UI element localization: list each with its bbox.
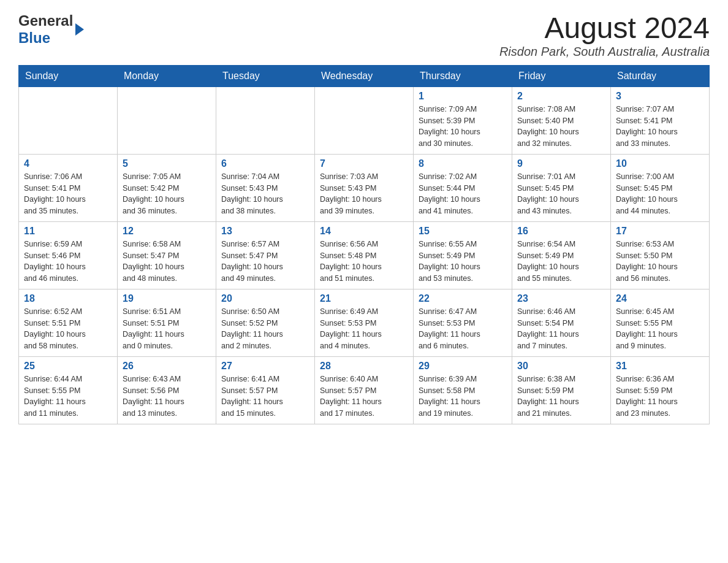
day-number: 21 [320, 293, 408, 304]
calendar-cell: 6Sunrise: 7:04 AM Sunset: 5:43 PM Daylig… [216, 154, 315, 221]
day-info: Sunrise: 6:46 AM Sunset: 5:54 PM Dayligh… [517, 306, 605, 352]
page-header: General Blue August 2024 Risdon Park, So… [18, 12, 710, 59]
calendar-cell: 30Sunrise: 6:38 AM Sunset: 5:59 PM Dayli… [512, 356, 611, 424]
calendar-cell: 1Sunrise: 7:09 AM Sunset: 5:39 PM Daylig… [414, 86, 512, 154]
day-info: Sunrise: 7:08 AM Sunset: 5:40 PM Dayligh… [517, 104, 605, 150]
day-number: 27 [221, 361, 309, 372]
calendar-cell: 2Sunrise: 7:08 AM Sunset: 5:40 PM Daylig… [512, 86, 611, 154]
calendar-cell: 21Sunrise: 6:49 AM Sunset: 5:53 PM Dayli… [315, 289, 414, 356]
calendar-cell: 25Sunrise: 6:44 AM Sunset: 5:55 PM Dayli… [19, 356, 118, 424]
day-number: 12 [123, 226, 211, 237]
title-section: August 2024 Risdon Park, South Australia… [499, 12, 710, 59]
day-number: 24 [616, 293, 704, 304]
calendar-cell: 28Sunrise: 6:40 AM Sunset: 5:57 PM Dayli… [315, 356, 414, 424]
day-info: Sunrise: 6:44 AM Sunset: 5:55 PM Dayligh… [24, 373, 112, 419]
day-number: 19 [123, 293, 211, 304]
weekday-header-sunday: Sunday [19, 65, 118, 86]
weekday-header-saturday: Saturday [611, 65, 710, 86]
day-info: Sunrise: 7:00 AM Sunset: 5:45 PM Dayligh… [616, 171, 704, 217]
day-info: Sunrise: 6:47 AM Sunset: 5:53 PM Dayligh… [419, 306, 507, 352]
calendar-cell [19, 86, 118, 154]
day-number: 17 [616, 226, 704, 237]
calendar-cell: 31Sunrise: 6:36 AM Sunset: 5:59 PM Dayli… [611, 356, 710, 424]
day-number: 5 [123, 158, 211, 169]
day-info: Sunrise: 6:51 AM Sunset: 5:51 PM Dayligh… [123, 306, 211, 352]
calendar-cell [118, 86, 216, 154]
day-info: Sunrise: 6:55 AM Sunset: 5:49 PM Dayligh… [419, 239, 507, 285]
day-info: Sunrise: 7:04 AM Sunset: 5:43 PM Dayligh… [221, 171, 309, 217]
day-number: 6 [221, 158, 309, 169]
calendar-cell: 27Sunrise: 6:41 AM Sunset: 5:57 PM Dayli… [216, 356, 315, 424]
calendar-cell: 16Sunrise: 6:54 AM Sunset: 5:49 PM Dayli… [512, 221, 611, 289]
week-row-5: 25Sunrise: 6:44 AM Sunset: 5:55 PM Dayli… [19, 356, 710, 424]
calendar-cell: 24Sunrise: 6:45 AM Sunset: 5:55 PM Dayli… [611, 289, 710, 356]
weekday-header-thursday: Thursday [414, 65, 512, 86]
day-number: 9 [517, 158, 605, 169]
month-year-title: August 2024 [499, 12, 710, 45]
day-number: 13 [221, 226, 309, 237]
calendar-cell [315, 86, 414, 154]
day-info: Sunrise: 6:56 AM Sunset: 5:48 PM Dayligh… [320, 239, 408, 285]
calendar-cell: 14Sunrise: 6:56 AM Sunset: 5:48 PM Dayli… [315, 221, 414, 289]
calendar-cell: 22Sunrise: 6:47 AM Sunset: 5:53 PM Dayli… [414, 289, 512, 356]
day-number: 15 [419, 226, 507, 237]
calendar-cell: 4Sunrise: 7:06 AM Sunset: 5:41 PM Daylig… [19, 154, 118, 221]
week-row-2: 4Sunrise: 7:06 AM Sunset: 5:41 PM Daylig… [19, 154, 710, 221]
day-number: 28 [320, 361, 408, 372]
day-info: Sunrise: 6:39 AM Sunset: 5:58 PM Dayligh… [419, 373, 507, 419]
day-number: 18 [24, 293, 112, 304]
day-info: Sunrise: 7:07 AM Sunset: 5:41 PM Dayligh… [616, 104, 704, 150]
day-number: 14 [320, 226, 408, 237]
day-info: Sunrise: 6:40 AM Sunset: 5:57 PM Dayligh… [320, 373, 408, 419]
calendar-cell: 26Sunrise: 6:43 AM Sunset: 5:56 PM Dayli… [118, 356, 216, 424]
day-number: 31 [616, 361, 704, 372]
day-number: 22 [419, 293, 507, 304]
calendar-cell: 23Sunrise: 6:46 AM Sunset: 5:54 PM Dayli… [512, 289, 611, 356]
day-number: 16 [517, 226, 605, 237]
day-info: Sunrise: 6:43 AM Sunset: 5:56 PM Dayligh… [123, 373, 211, 419]
weekday-header-monday: Monday [118, 65, 216, 86]
day-info: Sunrise: 7:01 AM Sunset: 5:45 PM Dayligh… [517, 171, 605, 217]
day-number: 4 [24, 158, 112, 169]
weekday-header-friday: Friday [512, 65, 611, 86]
day-number: 2 [517, 91, 605, 102]
day-info: Sunrise: 7:03 AM Sunset: 5:43 PM Dayligh… [320, 171, 408, 217]
day-number: 1 [419, 91, 507, 102]
logo-arrow-icon [75, 23, 84, 36]
day-number: 30 [517, 361, 605, 372]
calendar-cell: 18Sunrise: 6:52 AM Sunset: 5:51 PM Dayli… [19, 289, 118, 356]
calendar-cell: 5Sunrise: 7:05 AM Sunset: 5:42 PM Daylig… [118, 154, 216, 221]
calendar-cell: 15Sunrise: 6:55 AM Sunset: 5:49 PM Dayli… [414, 221, 512, 289]
day-number: 20 [221, 293, 309, 304]
day-info: Sunrise: 6:38 AM Sunset: 5:59 PM Dayligh… [517, 373, 605, 419]
day-info: Sunrise: 6:58 AM Sunset: 5:47 PM Dayligh… [123, 239, 211, 285]
location-subtitle: Risdon Park, South Australia, Australia [499, 45, 710, 59]
calendar-cell: 11Sunrise: 6:59 AM Sunset: 5:46 PM Dayli… [19, 221, 118, 289]
day-info: Sunrise: 6:57 AM Sunset: 5:47 PM Dayligh… [221, 239, 309, 285]
day-number: 26 [123, 361, 211, 372]
day-info: Sunrise: 6:41 AM Sunset: 5:57 PM Dayligh… [221, 373, 309, 419]
day-info: Sunrise: 6:49 AM Sunset: 5:53 PM Dayligh… [320, 306, 408, 352]
calendar-cell: 7Sunrise: 7:03 AM Sunset: 5:43 PM Daylig… [315, 154, 414, 221]
calendar-cell: 8Sunrise: 7:02 AM Sunset: 5:44 PM Daylig… [414, 154, 512, 221]
weekday-header-tuesday: Tuesday [216, 65, 315, 86]
calendar-cell: 20Sunrise: 6:50 AM Sunset: 5:52 PM Dayli… [216, 289, 315, 356]
calendar-cell [216, 86, 315, 154]
calendar-cell: 19Sunrise: 6:51 AM Sunset: 5:51 PM Dayli… [118, 289, 216, 356]
day-info: Sunrise: 6:59 AM Sunset: 5:46 PM Dayligh… [24, 239, 112, 285]
calendar-cell: 17Sunrise: 6:53 AM Sunset: 5:50 PM Dayli… [611, 221, 710, 289]
calendar-cell: 3Sunrise: 7:07 AM Sunset: 5:41 PM Daylig… [611, 86, 710, 154]
day-info: Sunrise: 6:52 AM Sunset: 5:51 PM Dayligh… [24, 306, 112, 352]
day-info: Sunrise: 6:54 AM Sunset: 5:49 PM Dayligh… [517, 239, 605, 285]
day-info: Sunrise: 6:36 AM Sunset: 5:59 PM Dayligh… [616, 373, 704, 419]
day-number: 25 [24, 361, 112, 372]
day-info: Sunrise: 6:50 AM Sunset: 5:52 PM Dayligh… [221, 306, 309, 352]
week-row-3: 11Sunrise: 6:59 AM Sunset: 5:46 PM Dayli… [19, 221, 710, 289]
calendar-header-row: SundayMondayTuesdayWednesdayThursdayFrid… [19, 65, 710, 86]
calendar-cell: 13Sunrise: 6:57 AM Sunset: 5:47 PM Dayli… [216, 221, 315, 289]
day-number: 7 [320, 158, 408, 169]
week-row-4: 18Sunrise: 6:52 AM Sunset: 5:51 PM Dayli… [19, 289, 710, 356]
week-row-1: 1Sunrise: 7:09 AM Sunset: 5:39 PM Daylig… [19, 86, 710, 154]
weekday-header-wednesday: Wednesday [315, 65, 414, 86]
logo-blue: Blue [18, 29, 73, 47]
